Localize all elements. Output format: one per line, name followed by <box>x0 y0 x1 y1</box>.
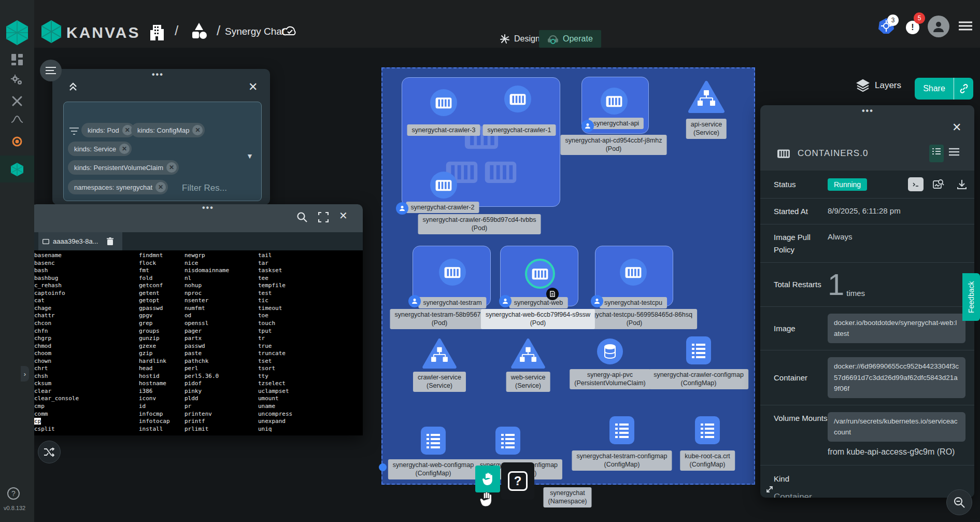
sidebar-dashboard-icon[interactable] <box>9 52 25 67</box>
organization-icon[interactable] <box>149 22 165 41</box>
configmap-resource-chip[interactable]: synergychat-crawler-configmap (ConfigMap… <box>649 369 748 389</box>
sidebar-curve-icon[interactable] <box>9 111 25 127</box>
api-pod-box[interactable]: synergychat-api <box>581 77 649 134</box>
drawer-drag-handle[interactable]: ••• <box>862 106 874 116</box>
user-avatar[interactable] <box>928 16 949 37</box>
zoom-search-button[interactable] <box>946 489 972 515</box>
service-resource-chip[interactable]: web-service (Service) <box>506 372 550 392</box>
volume-mount-path[interactable]: /var/run/secrets/kubernetes.io/serviceac… <box>828 412 965 442</box>
terminal-header[interactable]: ••• ✕ <box>31 204 363 232</box>
testram-pod-box[interactable]: synergychat-testram <box>413 246 491 306</box>
configmap-resource-chip[interactable]: kube-root-ca.crt (ConfigMap) <box>680 450 735 471</box>
pod-label[interactable]: synergychat-api <box>589 118 644 129</box>
panel-drag-handle[interactable]: ••• <box>152 70 164 79</box>
layers-control[interactable]: Layers <box>856 79 901 92</box>
configmap-icon[interactable] <box>495 427 520 455</box>
pod-icon[interactable] <box>504 86 531 112</box>
pod-label[interactable]: synergychat-crawler-2 <box>406 202 479 213</box>
pvc-icon[interactable] <box>597 338 623 364</box>
pan-tool-button[interactable] <box>475 465 500 492</box>
configmap-resource-chip[interactable]: synergychat-testram-configmap (ConfigMap… <box>572 450 672 471</box>
menu-hamburger-icon[interactable] <box>959 21 972 31</box>
copy-link-button[interactable] <box>954 78 973 100</box>
tab-operate[interactable]: Operate <box>539 30 601 48</box>
filter-search-input[interactable]: Filter Res... <box>182 183 227 193</box>
web-pod-box[interactable]: synergychat-web <box>500 246 578 306</box>
sidebar-settings-gears-icon[interactable] <box>9 73 25 88</box>
filter-chip[interactable]: kinds: PersistentVolumeClaim ✕ <box>68 160 179 175</box>
workspace-shapes-icon[interactable] <box>190 22 208 40</box>
pod-resource-chip[interactable]: synergychat-crawler-659bd97cd4-tvbbs (Po… <box>418 214 541 234</box>
filter-chip[interactable]: namespaces: synergychat ✕ <box>68 180 168 194</box>
pod-note-badge-icon[interactable] <box>546 288 559 300</box>
crawler-pods-group[interactable]: synergychat-crawler-3 synergychat-crawle… <box>402 77 560 207</box>
pod-icon[interactable] <box>601 88 628 115</box>
configmap-resource-chip[interactable]: synergychat-web-configmap (ConfigMap) <box>388 459 478 479</box>
chevron-down-icon[interactable]: ▼ <box>246 152 253 160</box>
chip-remove-icon[interactable]: ✕ <box>166 162 177 173</box>
filter-chip[interactable]: kinds: ConfigMap ✕ <box>131 123 205 137</box>
feedback-tab[interactable]: Feedback <box>962 273 980 321</box>
terminal-session-tab[interactable]: aaaa39e3-8a... <box>38 232 122 250</box>
selection-anchor-dot[interactable] <box>379 463 387 471</box>
chip-remove-icon[interactable]: ✕ <box>192 125 203 135</box>
pod-resource-chip[interactable]: synergychat-testram-58b95676 (Pod) <box>390 309 489 329</box>
drawer-resize-icon[interactable] <box>765 485 774 493</box>
configmap-icon[interactable] <box>686 336 711 364</box>
image-inspect-icon[interactable] <box>933 179 944 190</box>
trash-icon[interactable] <box>107 237 113 245</box>
drawer-close-icon[interactable]: ✕ <box>952 121 961 134</box>
download-icon[interactable] <box>957 179 967 190</box>
canvas-shuffle-button[interactable] <box>38 441 61 463</box>
container-id-value[interactable]: docker://6d96990655cc952b4423304f3c57d66… <box>828 357 965 398</box>
list-view-toggle[interactable] <box>949 148 959 156</box>
chip-remove-icon[interactable]: ✕ <box>155 182 166 192</box>
terminal-drag-handle[interactable]: ••• <box>202 203 214 213</box>
configmap-icon[interactable] <box>695 416 720 444</box>
chip-remove-icon[interactable]: ✕ <box>119 144 130 154</box>
fullscreen-icon[interactable] <box>318 212 329 222</box>
filter-input-box[interactable]: kinds: Pod ✕ kinds: ConfigMap ✕ kinds: S… <box>63 102 262 201</box>
sidebar-expand-chevron[interactable]: › <box>21 366 29 382</box>
help-icon[interactable]: ? <box>7 487 20 500</box>
pod-label[interactable]: synergychat-testcpu <box>600 297 667 308</box>
testcpu-pod-box[interactable]: synergychat-testcpu <box>595 246 673 306</box>
pod-label[interactable]: synergychat-crawler-1 <box>483 124 556 136</box>
sidebar-tools-icon[interactable] <box>9 93 25 109</box>
filter-chip[interactable]: kinds: Pod ✕ <box>81 123 135 137</box>
detail-view-toggle-active[interactable] <box>929 145 944 162</box>
service-icon[interactable] <box>688 81 725 113</box>
terminal-output[interactable]: basenamebasencbashbashbugc_rehashcaptoin… <box>31 250 363 435</box>
open-terminal-icon[interactable] <box>908 177 924 191</box>
pod-label[interactable]: synergychat-web <box>509 297 568 308</box>
configmap-icon[interactable] <box>609 416 634 444</box>
pvc-resource-chip[interactable]: synergy-api-pvc (PersistentVolumeClaim) <box>570 369 650 389</box>
pod-icon[interactable] <box>620 259 647 286</box>
configmap-icon[interactable] <box>421 427 446 455</box>
pod-label[interactable]: synergychat-crawler-3 <box>407 124 480 136</box>
pod-resource-chip-selected[interactable]: synergychat-web-6ccb79f964-s9ssw (Pod) <box>481 309 595 329</box>
search-icon[interactable] <box>296 211 308 223</box>
pod-label[interactable]: synergychat-testram <box>418 297 486 308</box>
pod-icon[interactable] <box>430 89 457 116</box>
breadcrumb-design-name[interactable]: Synergy Chat <box>225 26 285 37</box>
namespace-resource-chip[interactable]: synergychat (Namespace) <box>543 487 591 507</box>
help-tool-button[interactable]: ? <box>501 462 534 500</box>
terminal-close-icon[interactable]: ✕ <box>339 209 348 222</box>
image-value[interactable]: docker.io/bootdotdev/synergychat-web:lat… <box>828 314 965 343</box>
pod-icon[interactable] <box>439 259 466 286</box>
sidebar-meshery-icon[interactable] <box>9 162 25 177</box>
pod-icon[interactable] <box>430 172 457 199</box>
filter-close-icon[interactable]: ✕ <box>248 80 258 94</box>
service-resource-chip[interactable]: crawler-service (Service) <box>413 372 466 392</box>
service-icon[interactable] <box>422 338 457 369</box>
sidebar-logo-icon[interactable] <box>5 20 29 46</box>
filter-menu-button[interactable] <box>40 60 62 81</box>
service-icon[interactable] <box>511 338 545 369</box>
share-button[interactable]: Share <box>915 78 954 100</box>
pod-resource-chip[interactable]: synergychat-api-cd954ccbf-j8mhz (Pod) <box>561 135 667 155</box>
sidebar-helm-icon[interactable] <box>9 134 25 149</box>
pod-icon-selected[interactable] <box>525 259 555 289</box>
filter-chip[interactable]: kinds: Service ✕ <box>68 142 132 156</box>
service-resource-chip[interactable]: api-service (Service) <box>686 119 727 139</box>
